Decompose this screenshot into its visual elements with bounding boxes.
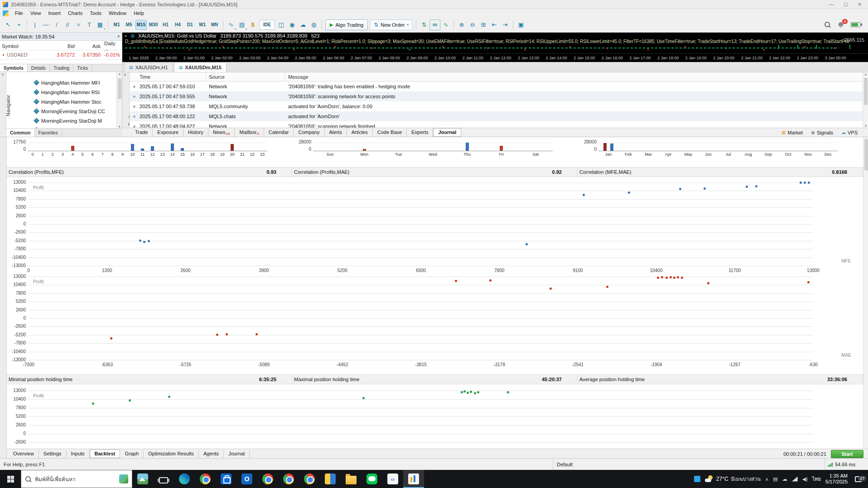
taskbar-search[interactable]: พิมพ์ที่นี่เพื่อค้นหา [21, 470, 132, 488]
close-button[interactable]: ✕ [858, 2, 862, 7]
weather-widget[interactable]: 27°C มีเมฆบางส่วน [705, 475, 761, 483]
timeframe-h4[interactable]: H4 [172, 20, 183, 30]
navigator-item-hangingman-hammer-stoc[interactable]: HangingMan Hammer Stoc [6, 97, 117, 106]
market-watch-columns[interactable]: Symbol Bid Ask Daily ... [0, 41, 122, 50]
market-dollar-icon[interactable]: $ [247, 19, 258, 30]
web-terminal-icon[interactable]: ◍ [309, 19, 319, 30]
toolbox-tab-alerts[interactable]: Alerts [325, 129, 347, 137]
navigator-tab-common[interactable]: Common [6, 129, 35, 137]
taskbar-app-widget[interactable] [132, 470, 153, 488]
scroll-up-icon[interactable]: ▲ [117, 72, 122, 75]
toolbox-tab-journal[interactable]: Journal [433, 128, 461, 137]
navigator-item-morningevening-stardoji-m[interactable]: MorningEvening StarDoji M [6, 116, 117, 125]
profit-wave-icon[interactable]: ∿ [440, 19, 451, 30]
menu-help[interactable]: Help [130, 10, 148, 17]
navigator-item-hangingman-hammer-rsi[interactable]: HangingMan Hammer RSI [6, 87, 117, 97]
toolbox-tab-calendar[interactable]: Calendar [264, 129, 294, 137]
tester-scrollbar[interactable] [863, 137, 868, 449]
taskbar-app-code[interactable] [382, 470, 403, 488]
crosshair-icon[interactable]: + [14, 19, 24, 30]
journal-row[interactable]: 2025.05.17 00:47:59.010Network'204081059… [130, 81, 868, 91]
trendline-icon[interactable]: / [51, 19, 62, 30]
timeframe-m15[interactable]: M15 [135, 20, 147, 30]
toolbox-scrollbar[interactable]: ▲ ▼ [863, 72, 868, 128]
objects-list-icon[interactable]: ◫ [276, 19, 287, 30]
timeframe-w1[interactable]: W1 [197, 20, 208, 30]
tester-tab-backtest[interactable]: Backtest [90, 450, 121, 458]
task-view-button[interactable] [153, 470, 174, 488]
chart-tab-xauusdm-m15[interactable]: ▤ XAUUSDm,M15 [174, 62, 227, 72]
market-watch-tab-details[interactable]: Details [28, 64, 50, 72]
market-button[interactable]: ▦Market [778, 129, 806, 136]
start-button-windows[interactable] [0, 470, 21, 488]
maximize-button[interactable]: ▢ [844, 2, 848, 7]
taskbar-app-mt5[interactable] [403, 470, 424, 488]
menu-view[interactable]: View [27, 10, 45, 17]
vertical-line-icon[interactable]: | [29, 19, 40, 30]
timeframe-d1[interactable]: D1 [184, 20, 196, 30]
toolbox-tab-mailbox[interactable]: Mailbox9 [235, 129, 264, 137]
monitor-icon[interactable]: ▤ [773, 476, 777, 482]
taskbar-app-edge[interactable] [174, 470, 195, 488]
menu-charts[interactable]: Charts [64, 10, 86, 17]
close-icon[interactable]: ✕ [117, 34, 120, 38]
zoom-in-icon[interactable]: ⊕ [456, 19, 467, 30]
tester-tab-graph[interactable]: Graph [120, 450, 144, 458]
journal-row[interactable]: 2025.05.17 00:48:04.622Network'204081059… [130, 121, 868, 128]
close-icon[interactable]: ✕ [124, 73, 126, 77]
market-watch-tab-symbols[interactable]: Symbols [0, 64, 28, 72]
journal-column-source[interactable]: Source [206, 72, 285, 81]
text-tool-icon[interactable]: T [84, 19, 95, 30]
chart-tab-xauusdm-h1[interactable]: ▤ XAUUSDm,H1 [124, 62, 173, 72]
tester-tab-agents[interactable]: Agents [199, 450, 224, 458]
notifications-bell-icon[interactable]: 4 [837, 21, 844, 29]
timeframe-m1[interactable]: M1 [111, 20, 122, 30]
cloud-icon[interactable]: ☁ [298, 19, 309, 30]
tick-counter-icon[interactable]: 00 [429, 19, 440, 30]
market-watch-tab-trading[interactable]: Trading [50, 64, 73, 72]
journal-row[interactable]: 2025.05.17 00:47:59.555Network'204081059… [130, 91, 868, 101]
taskbar-clock[interactable]: 1:35 AM 5/17/2025 [825, 473, 848, 485]
journal-column-time[interactable]: Time [130, 72, 206, 81]
journal-row[interactable]: 2025.05.17 00:48:00.122MQL5.chatsactivat… [130, 111, 868, 121]
taskbar-app-line[interactable] [362, 470, 382, 488]
start-button[interactable]: Start [831, 450, 863, 458]
taskbar-app-chrome-1[interactable] [195, 470, 216, 488]
taskbar-app-outlook[interactable] [236, 470, 257, 488]
tester-tab-inputs[interactable]: Inputs [67, 450, 90, 458]
journal-row[interactable]: 2025.05.17 00:47:59.738MQL5.communityact… [130, 101, 868, 111]
column-ask[interactable]: Ask [77, 43, 102, 49]
scroll-up-icon[interactable]: ▲ [863, 73, 868, 76]
horizontal-line-icon[interactable]: — [40, 19, 51, 30]
dock-right-icon[interactable]: ⇥ [500, 19, 511, 30]
screenshot-icon[interactable]: ▣ [516, 19, 526, 30]
taskbar-app-chrome-3[interactable] [278, 470, 299, 488]
column-daily[interactable]: Daily ... [102, 41, 122, 52]
volume-icon[interactable]: ◀) [802, 476, 808, 482]
status-profile[interactable]: Default [553, 459, 825, 470]
tray-expand-icon[interactable]: ∧ [765, 477, 768, 482]
one-click-trading-icon[interactable]: ▸ [125, 33, 127, 38]
dock-left-icon[interactable]: ⇤ [489, 19, 500, 30]
minimize-button[interactable]: — [829, 2, 834, 7]
vps-button[interactable]: ☁VPS [838, 129, 861, 136]
zoom-out-icon[interactable]: ⊖ [467, 19, 478, 30]
toolbox-tab-exposure[interactable]: Exposure [153, 129, 183, 137]
toolbox-tab-news[interactable]: News99 [208, 129, 235, 137]
tile-windows-icon[interactable]: ⊞ [478, 19, 489, 30]
status-connection[interactable]: 54.66 ms [825, 459, 868, 470]
menu-tools[interactable]: Tools [86, 10, 105, 17]
line-chart-type-icon[interactable]: ∿▾ [226, 19, 236, 30]
ide-button[interactable]: IDE [259, 20, 275, 30]
taskbar-app-store[interactable] [216, 470, 236, 488]
timeframe-mn[interactable]: MN [209, 20, 220, 30]
toolbox-tab-company[interactable]: Company [294, 129, 324, 137]
onedrive-icon[interactable]: ☁ [782, 476, 787, 482]
menu-insert[interactable]: Insert [44, 10, 64, 17]
depth-of-market-icon[interactable]: ◉ [287, 19, 298, 30]
timeframe-h1[interactable]: H1 [160, 20, 171, 30]
toolbox-tab-code-base[interactable]: Code Base [373, 129, 407, 137]
taskbar-app-file-explorer[interactable] [341, 470, 362, 488]
column-bid[interactable]: Bid [51, 43, 77, 49]
column-symbol[interactable]: Symbol [0, 43, 51, 49]
